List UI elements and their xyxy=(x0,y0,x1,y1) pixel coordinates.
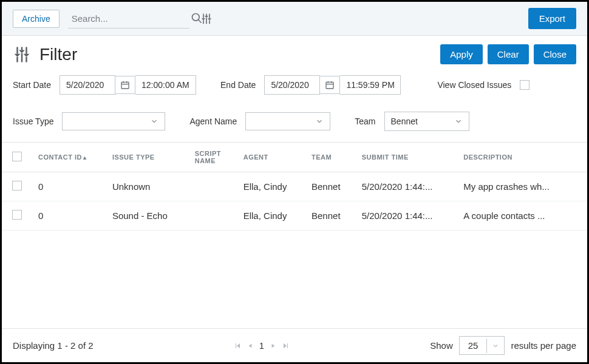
footer: Displaying 1 - 2 of 2 1 Show 25 xyxy=(2,328,587,362)
issue-type-label: Issue Type xyxy=(13,116,53,126)
end-date-input[interactable] xyxy=(264,75,320,95)
svg-rect-5 xyxy=(206,13,207,15)
svg-rect-2 xyxy=(203,13,204,18)
cell-script-name xyxy=(189,172,237,201)
cell-description: A couple contacts ... xyxy=(457,201,569,231)
filter-icon xyxy=(13,46,31,64)
results-table: CONTACT ID▴ ISSUE TYPE SCRIPT NAME AGENT… xyxy=(2,142,587,328)
svg-rect-15 xyxy=(21,53,23,62)
results-per-page-label: results per page xyxy=(511,340,576,351)
chevron-down-icon xyxy=(454,117,463,126)
svg-rect-20 xyxy=(121,82,129,89)
search-field[interactable] xyxy=(68,8,189,29)
issue-type-select[interactable] xyxy=(62,112,165,130)
end-date-label: End Date xyxy=(220,80,256,90)
start-time-input[interactable] xyxy=(135,75,196,95)
search-input[interactable] xyxy=(70,11,188,26)
svg-marker-13 xyxy=(15,53,21,56)
table-row[interactable]: 0 Sound - Echo Ella, Cindy Bennet 5/20/2… xyxy=(2,201,587,231)
row-checkbox[interactable] xyxy=(12,210,22,220)
archive-button[interactable]: Archive xyxy=(13,10,60,28)
filter-dates-row: Start Date End Date View Closed Issues xyxy=(2,69,587,101)
col-agent[interactable]: AGENT xyxy=(237,143,305,172)
filter-selects-row: Issue Type Agent Name Team Bennet xyxy=(2,101,587,142)
cell-submit-time: 5/20/2020 1:44:... xyxy=(356,172,458,201)
team-select[interactable]: Bennet xyxy=(384,112,469,131)
svg-marker-19 xyxy=(24,53,30,56)
svg-rect-14 xyxy=(21,47,23,50)
svg-rect-9 xyxy=(209,20,210,24)
view-closed-label: View Closed Issues xyxy=(437,80,511,90)
chevron-down-icon xyxy=(150,117,158,126)
col-issue-type[interactable]: ISSUE TYPE xyxy=(106,143,189,172)
cell-agent: Ella, Cindy xyxy=(237,172,305,201)
col-submit-time[interactable]: SUBMIT TIME xyxy=(356,143,458,172)
cell-issue-type: Unknown xyxy=(106,172,189,201)
cell-description: My app crashes wh... xyxy=(457,172,569,201)
svg-rect-3 xyxy=(203,20,204,24)
start-date-input[interactable] xyxy=(60,75,115,95)
start-date-label: Start Date xyxy=(13,80,51,90)
topbar: Archive Export xyxy=(2,2,587,36)
end-date-calendar-icon[interactable] xyxy=(320,76,340,94)
clear-button[interactable]: Clear xyxy=(488,44,529,64)
cell-contact-id: 0 xyxy=(32,172,106,201)
svg-rect-8 xyxy=(209,13,210,18)
cell-issue-type: Sound - Echo xyxy=(106,201,189,231)
page-size-value: 25 xyxy=(460,337,487,354)
start-date-calendar-icon[interactable] xyxy=(115,76,135,94)
col-contact-id[interactable]: CONTACT ID▴ xyxy=(32,143,106,172)
svg-marker-16 xyxy=(19,50,25,53)
apply-button[interactable]: Apply xyxy=(440,44,483,64)
table-header-row: CONTACT ID▴ ISSUE TYPE SCRIPT NAME AGENT… xyxy=(2,143,587,172)
select-all-checkbox[interactable] xyxy=(12,152,22,161)
filter-header: Filter Apply Clear Close xyxy=(2,36,587,69)
agent-name-label: Agent Name xyxy=(189,116,237,126)
pager: 1 xyxy=(234,340,290,351)
current-page: 1 xyxy=(259,340,264,351)
cell-contact-id: 0 xyxy=(32,201,106,231)
cell-team: Bennet xyxy=(305,201,356,231)
svg-rect-24 xyxy=(326,82,333,89)
first-page-icon[interactable] xyxy=(234,342,241,349)
page-size-select[interactable]: 25 xyxy=(459,336,505,355)
svg-rect-6 xyxy=(206,18,207,24)
cell-script-name xyxy=(189,201,237,231)
end-time-input[interactable] xyxy=(340,75,401,95)
chevron-down-icon xyxy=(315,117,324,126)
svg-rect-18 xyxy=(26,56,27,62)
cell-submit-time: 5/20/2020 1:44:... xyxy=(356,201,458,231)
last-page-icon[interactable] xyxy=(282,342,290,349)
col-team[interactable]: TEAM xyxy=(305,143,356,172)
col-description[interactable]: DESCRIPTION xyxy=(457,143,569,172)
filter-toggle-icon[interactable] xyxy=(198,10,215,27)
row-checkbox[interactable] xyxy=(12,181,22,190)
next-page-icon[interactable] xyxy=(270,343,276,349)
displaying-text: Displaying 1 - 2 of 2 xyxy=(13,340,94,351)
page-title: Filter xyxy=(39,45,77,64)
prev-page-icon[interactable] xyxy=(247,343,253,349)
svg-rect-11 xyxy=(16,47,18,53)
chevron-down-icon[interactable] xyxy=(486,339,504,353)
team-label: Team xyxy=(355,116,375,126)
cell-agent: Ella, Cindy xyxy=(237,201,305,231)
show-label: Show xyxy=(430,340,453,351)
team-value: Bennet xyxy=(391,116,454,126)
svg-rect-17 xyxy=(26,47,27,53)
export-button[interactable]: Export xyxy=(528,8,576,29)
col-script-name[interactable]: SCRIPT NAME xyxy=(189,143,237,172)
cell-team: Bennet xyxy=(305,172,356,201)
agent-name-select[interactable] xyxy=(245,112,330,130)
sort-asc-icon: ▴ xyxy=(83,154,87,161)
view-closed-checkbox[interactable] xyxy=(520,80,529,90)
table-row[interactable]: 0 Unknown Ella, Cindy Bennet 5/20/2020 1… xyxy=(2,172,587,201)
close-button[interactable]: Close xyxy=(534,44,576,64)
svg-rect-12 xyxy=(16,56,18,62)
